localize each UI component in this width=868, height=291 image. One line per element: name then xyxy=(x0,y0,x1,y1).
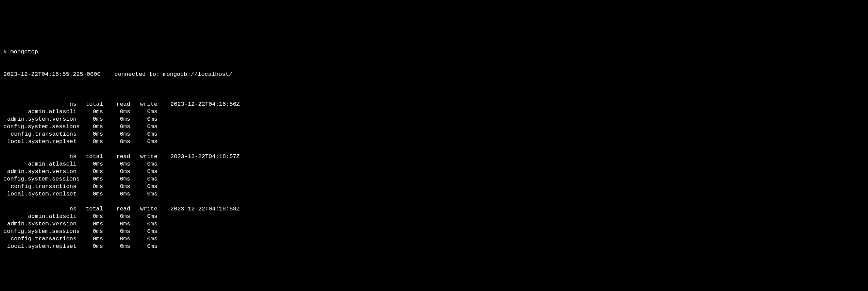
cell-ns: config.system.sessions xyxy=(3,175,77,183)
cell-total: 0ms xyxy=(77,183,103,190)
cell-total: 0ms xyxy=(77,190,103,198)
cell-ns: local.system.replset xyxy=(3,138,77,146)
stats-row: admin.system.version0ms0ms0ms xyxy=(3,220,865,228)
cell-total: 0ms xyxy=(77,138,103,146)
header-write: write xyxy=(130,153,157,160)
cell-total: 0ms xyxy=(77,168,103,175)
stats-row: admin.atlascli0ms0ms0ms xyxy=(3,160,865,168)
cell-write: 0ms xyxy=(130,235,157,243)
cell-ns: config.system.sessions xyxy=(3,123,77,131)
cell-write: 0ms xyxy=(130,131,157,138)
cell-total: 0ms xyxy=(77,131,103,138)
stats-row: config.system.sessions0ms0ms0ms xyxy=(3,175,865,183)
cell-read: 0ms xyxy=(103,160,130,168)
cell-total: 0ms xyxy=(77,123,103,131)
cell-read: 0ms xyxy=(103,243,130,250)
cell-write: 0ms xyxy=(130,190,157,198)
cell-total: 0ms xyxy=(77,108,103,116)
cell-total: 0ms xyxy=(77,175,103,183)
cell-read: 0ms xyxy=(103,138,130,146)
cell-total: 0ms xyxy=(77,235,103,243)
cell-ns: admin.atlascli xyxy=(3,160,77,168)
stats-header-row: nstotalreadwrite2023-12-22T04:18:57Z xyxy=(3,153,865,160)
stats-header-row: nstotalreadwrite2023-12-22T04:18:56Z xyxy=(3,101,865,108)
cell-read: 0ms xyxy=(103,175,130,183)
spacer xyxy=(101,71,115,78)
stats-row: config.system.sessions0ms0ms0ms xyxy=(3,228,865,235)
header-total: total xyxy=(77,205,103,213)
header-write: write xyxy=(130,205,157,213)
cell-read: 0ms xyxy=(103,108,130,116)
connection-info: 2023-12-22T04:18:55.225+0000 connected t… xyxy=(3,71,865,78)
cell-read: 0ms xyxy=(103,220,130,228)
cell-total: 0ms xyxy=(77,160,103,168)
cell-write: 0ms xyxy=(130,220,157,228)
stats-row: config.transactions0ms0ms0ms xyxy=(3,131,865,138)
cell-ns: admin.atlascli xyxy=(3,108,77,116)
command-text: # mongotop xyxy=(3,48,38,56)
cell-ns: admin.atlascli xyxy=(3,213,77,220)
terminal-output: # mongotop 2023-12-22T04:18:55.225+0000 … xyxy=(3,33,865,258)
cell-read: 0ms xyxy=(103,183,130,190)
cell-write: 0ms xyxy=(130,183,157,190)
header-ns: ns xyxy=(3,153,77,160)
cell-read: 0ms xyxy=(103,190,130,198)
cell-read: 0ms xyxy=(103,235,130,243)
cell-ns: config.transactions xyxy=(3,131,77,138)
header-read: read xyxy=(103,153,130,160)
cell-write: 0ms xyxy=(130,123,157,131)
cell-write: 0ms xyxy=(130,213,157,220)
cell-write: 0ms xyxy=(130,168,157,175)
cell-read: 0ms xyxy=(103,123,130,131)
block-timestamp: 2023-12-22T04:18:57Z xyxy=(157,153,240,160)
cell-total: 0ms xyxy=(77,228,103,235)
stats-row: admin.atlascli0ms0ms0ms xyxy=(3,213,865,220)
stats-row: local.system.replset0ms0ms0ms xyxy=(3,190,865,198)
stats-block: nstotalreadwrite2023-12-22T04:18:56Zadmi… xyxy=(3,101,865,146)
cell-ns: admin.system.version xyxy=(3,116,77,123)
cell-ns: local.system.replset xyxy=(3,190,77,198)
cell-total: 0ms xyxy=(77,213,103,220)
cell-ns: config.transactions xyxy=(3,183,77,190)
stats-row: local.system.replset0ms0ms0ms xyxy=(3,243,865,250)
stats-row: admin.system.version0ms0ms0ms xyxy=(3,116,865,123)
cell-write: 0ms xyxy=(130,138,157,146)
cell-ns: config.system.sessions xyxy=(3,228,77,235)
cell-write: 0ms xyxy=(130,228,157,235)
cell-write: 0ms xyxy=(130,160,157,168)
cell-write: 0ms xyxy=(130,108,157,116)
stats-header-row: nstotalreadwrite2023-12-22T04:18:58Z xyxy=(3,205,865,213)
header-ns: ns xyxy=(3,101,77,108)
stats-row: config.transactions0ms0ms0ms xyxy=(3,183,865,190)
block-timestamp: 2023-12-22T04:18:58Z xyxy=(157,205,240,213)
header-total: total xyxy=(77,101,103,108)
connection-message: connected to: mongodb://localhost/ xyxy=(114,71,232,78)
command-prompt: # mongotop xyxy=(3,48,865,56)
cell-ns: admin.system.version xyxy=(3,168,77,175)
header-write: write xyxy=(130,101,157,108)
stats-row: local.system.replset0ms0ms0ms xyxy=(3,138,865,146)
stats-block: nstotalreadwrite2023-12-22T04:18:58Zadmi… xyxy=(3,205,865,250)
stats-row: admin.system.version0ms0ms0ms xyxy=(3,168,865,175)
cell-ns: local.system.replset xyxy=(3,243,77,250)
cell-read: 0ms xyxy=(103,116,130,123)
header-ns: ns xyxy=(3,205,77,213)
header-read: read xyxy=(103,101,130,108)
cell-ns: admin.system.version xyxy=(3,220,77,228)
header-read: read xyxy=(103,205,130,213)
cell-total: 0ms xyxy=(77,116,103,123)
block-timestamp: 2023-12-22T04:18:56Z xyxy=(157,101,240,108)
connection-timestamp: 2023-12-22T04:18:55.225+0000 xyxy=(3,71,101,78)
cell-write: 0ms xyxy=(130,243,157,250)
stats-row: admin.atlascli0ms0ms0ms xyxy=(3,108,865,116)
stats-block: nstotalreadwrite2023-12-22T04:18:57Zadmi… xyxy=(3,153,865,198)
cell-total: 0ms xyxy=(77,220,103,228)
cell-read: 0ms xyxy=(103,213,130,220)
cell-read: 0ms xyxy=(103,228,130,235)
cell-total: 0ms xyxy=(77,243,103,250)
header-total: total xyxy=(77,153,103,160)
cell-write: 0ms xyxy=(130,175,157,183)
cell-ns: config.transactions xyxy=(3,235,77,243)
stats-row: config.system.sessions0ms0ms0ms xyxy=(3,123,865,131)
cell-write: 0ms xyxy=(130,116,157,123)
